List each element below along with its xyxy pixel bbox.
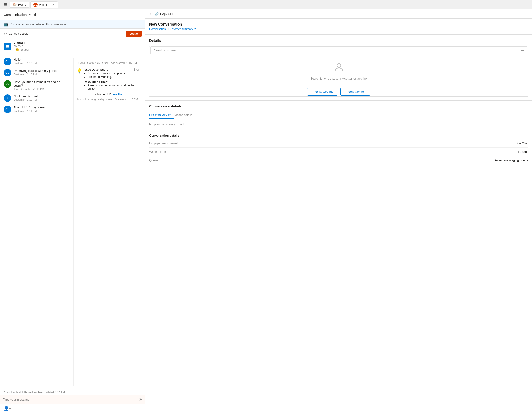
search-dashes: --- — [521, 48, 524, 52]
visitor-time: 00:00:54 | 🙂 Neutral — [14, 45, 29, 51]
bottom-toolbar: 👤+ — [0, 404, 145, 413]
conversation-details-section: Conversation details Pre-chat survey Vis… — [145, 101, 532, 413]
new-conversation-section: New Conversation Conversation · Customer… — [145, 19, 532, 35]
communication-panel: Communication Panel — 📺 You are currentl… — [0, 9, 145, 413]
message-avatar: CU — [4, 94, 11, 102]
tabs-row: Pre-chat survey Visitor details ... — [149, 111, 528, 119]
chat-area: CU Hello Customer - 1:10 PM CU I'm havin… — [0, 54, 145, 390]
visitor-tab-avatar: V1 — [33, 3, 38, 7]
search-customer-label: Search customer — [153, 48, 176, 52]
sentiment-icon: 🙂 — [16, 48, 19, 51]
comm-panel-header: Communication Panel — — [0, 9, 145, 20]
chat-messages: CU Hello Customer - 1:10 PM CU I'm havin… — [4, 58, 70, 386]
message-text: Have you tried turning it off and on aga… — [14, 80, 70, 87]
visitor-details: Visitor 1 00:00:54 | 🙂 Neutral — [14, 41, 29, 51]
no-survey-text: No pre-chat survey found — [149, 122, 528, 126]
visitor-name: Visitor 1 — [14, 41, 29, 45]
detail-row: Waiting time 10 secs — [149, 148, 528, 156]
tab-more-icon[interactable]: ... — [198, 113, 202, 117]
summary-top: 💡 Issue Description: ℹ ⧉ Customer wants … — [76, 68, 139, 91]
summary-side-panel: Consult with Nick Russell has started. 1… — [74, 58, 142, 386]
leave-button[interactable]: Leave — [126, 30, 142, 37]
chevron-down-icon[interactable]: ∨ — [194, 28, 196, 31]
details-underline — [149, 43, 161, 43]
copy-url-button[interactable]: 🔗 Copy URL — [155, 12, 174, 16]
conv-details-title: Conversation details — [149, 104, 528, 108]
new-contact-button[interactable]: + New Contact — [340, 88, 370, 95]
message-meta: Jamie Campbell - 1:10 PM — [14, 88, 70, 91]
chat-message: CU That didn't fix my issue. Customer - … — [4, 106, 70, 113]
monitoring-text: You are currently monitoring this conver… — [10, 23, 68, 26]
conv-details-sub-title: Conversation details — [149, 134, 528, 137]
copy-icon[interactable]: ⧉ — [136, 68, 139, 72]
copy-url-label: Copy URL — [160, 12, 174, 16]
message-text: I'm having issues with my printer — [14, 69, 57, 73]
info-icon[interactable]: ℹ — [134, 68, 135, 72]
message-meta: Customer - 1:10 PM — [14, 98, 38, 101]
consult-icon: ↩ — [4, 31, 7, 36]
new-account-button[interactable]: + New Account — [307, 88, 337, 95]
list-item: Printer not working. — [87, 75, 139, 79]
customer-search-container: Search customer --- Search for or create… — [149, 46, 528, 97]
right-header: ← 🔗 Copy URL — [145, 9, 532, 19]
detail-value: Default messaging queue — [494, 158, 528, 162]
right-panel: ← 🔗 Copy URL New Conversation Conversati… — [145, 9, 532, 413]
summary-action-icons: ℹ ⧉ — [134, 68, 139, 72]
issue-description-label: Issue Description: — [84, 68, 108, 71]
breadcrumb-customer-summary[interactable]: Customer summary — [169, 28, 193, 31]
breadcrumb: Conversation · Customer summary ∨ — [149, 28, 528, 31]
no-button[interactable]: No — [118, 93, 122, 96]
details-title: Details — [149, 38, 528, 42]
breadcrumb-separator: · — [167, 28, 168, 31]
detail-value: 10 secs — [518, 150, 528, 153]
consult-session-bar: ↩ Consult session Leave — [0, 29, 145, 39]
message-content: Have you tried turning it off and on aga… — [14, 80, 70, 91]
chat-message: JC Have you tried turning it off and on … — [4, 80, 70, 91]
message-meta: Customer - 1:10 PM — [14, 73, 57, 76]
details-section: Details Search customer --- Search for o… — [145, 35, 532, 101]
message-input[interactable] — [3, 398, 137, 401]
title-bar: ☰ 🏠 Home V1 Visitor 1 ✕ — [0, 0, 532, 9]
breadcrumb-conversation[interactable]: Conversation — [149, 28, 166, 31]
detail-label: Waiting time — [149, 150, 166, 153]
home-tab[interactable]: 🏠 Home — [10, 2, 29, 8]
comm-panel-title: Communication Panel — [4, 13, 36, 17]
detail-value: Live Chat — [515, 141, 528, 145]
monitoring-banner: 📺 You are currently monitoring this conv… — [0, 20, 145, 29]
copy-url-icon: 🔗 — [155, 12, 159, 16]
svg-point-0 — [337, 64, 341, 67]
visitor-tab[interactable]: V1 Visitor 1 ✕ — [30, 1, 58, 8]
back-button[interactable]: ← — [149, 12, 153, 16]
issue-list: Customer wants to use printer.Printer no… — [84, 72, 139, 79]
hamburger-icon[interactable]: ☰ — [2, 1, 9, 8]
message-content: I'm having issues with my printer Custom… — [14, 69, 57, 76]
detail-row: Queue Default messaging queue — [149, 156, 528, 165]
customer-search-box: Search customer --- — [151, 47, 527, 54]
sentiment-label: Neutral — [20, 48, 29, 51]
message-content: That didn't fix my issue. Customer - 1:1… — [14, 106, 45, 113]
send-button[interactable]: ➤ — [139, 397, 142, 402]
tab-pre-chat-survey[interactable]: Pre-chat survey — [149, 111, 174, 119]
message-input-area: ➤ — [0, 395, 145, 404]
visitor-sentiment: 🙂 Neutral — [16, 48, 29, 51]
tab-visitor-details[interactable]: Visitor details — [174, 111, 196, 119]
list-item: Asked customer to turn off and on the pr… — [87, 84, 139, 90]
consult-session-label: Consult session — [9, 32, 30, 36]
action-buttons: + New Account + New Contact — [151, 86, 527, 96]
detail-rows: Engagement channel Live Chat Waiting tim… — [149, 139, 528, 165]
empty-state: Search for or create a new customer, and… — [151, 56, 527, 86]
chat-message: CU No, let me try that. Customer - 1:10 … — [4, 94, 70, 102]
resolutions-label: Resolutions Tried: — [84, 81, 139, 84]
chat-message: CU Hello Customer - 1:10 PM — [4, 58, 70, 65]
add-user-icon[interactable]: 👤+ — [4, 406, 11, 411]
message-content: Hello Customer - 1:10 PM — [14, 58, 37, 65]
message-text: That didn't fix my issue. — [14, 106, 45, 109]
consult-session-info: ↩ Consult session — [4, 31, 30, 36]
yes-button[interactable]: Yes — [112, 93, 117, 96]
close-tab-icon[interactable]: ✕ — [52, 3, 55, 7]
message-avatar: CU — [4, 69, 11, 76]
message-avatar: CU — [4, 106, 11, 113]
minimize-icon[interactable]: — — [137, 12, 142, 17]
system-notice: Consult with Nick Russell has been initi… — [0, 390, 145, 395]
visitor-avatar — [4, 43, 11, 50]
